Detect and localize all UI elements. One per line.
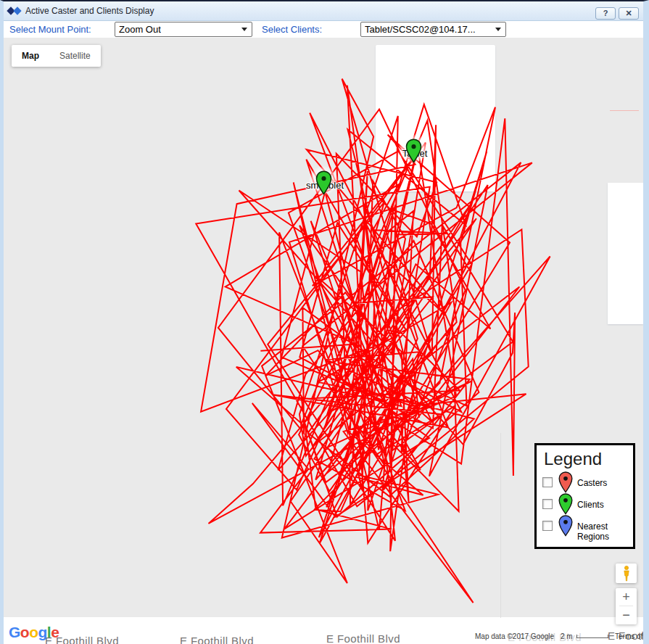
clients-label: Select Clients: <box>262 24 322 35</box>
casters-checkbox[interactable] <box>542 477 553 487</box>
zoom-in-button[interactable]: + <box>616 588 637 606</box>
client-marker-pin[interactable] <box>315 170 332 198</box>
client-pin-icon <box>557 493 574 515</box>
legend-row-nearest-regions: Nearest Regions <box>537 515 633 537</box>
zoom-control: + − <box>616 588 637 624</box>
app-icon <box>8 7 21 15</box>
google-logo[interactable]: Google <box>9 624 59 641</box>
map-canvas[interactable]: TabletsmTablet E Foothill BlvdE Foothill… <box>4 38 643 644</box>
map-type-button-map[interactable]: Map <box>12 45 49 67</box>
legend-item-label: Clients <box>577 500 604 510</box>
scale-text: 2 m <box>561 632 573 640</box>
terms-of-use-link[interactable]: Terms of Use <box>615 632 643 640</box>
map-type-control: Map Satellite <box>12 45 101 67</box>
mount-point-value: Zoom Out <box>119 24 161 35</box>
zoom-out-button[interactable]: − <box>616 606 637 624</box>
help-button[interactable]: ? <box>595 7 616 20</box>
caster-pin-icon <box>557 471 574 493</box>
google-logo-letter: G <box>9 624 20 640</box>
nearest-regions-checkbox[interactable] <box>542 521 553 531</box>
toolbar: Select Mount Point: Zoom Out Select Clie… <box>4 21 643 38</box>
legend-title: Legend <box>544 449 633 469</box>
satellite-button-label: Satellite <box>59 51 91 61</box>
pegman-icon <box>622 566 631 582</box>
gps-track <box>4 38 643 644</box>
legend-row-clients: Clients <box>537 493 633 515</box>
legend-item-label: Casters <box>577 478 607 488</box>
clients-checkbox[interactable] <box>542 499 553 509</box>
legend-panel: Legend Casters Clients <box>534 443 635 549</box>
mount-point-dropdown[interactable]: Zoom Out <box>115 22 252 37</box>
pegman-button[interactable] <box>616 564 637 583</box>
clients-dropdown[interactable]: Tablet/SCSC02@104.17... <box>360 22 506 37</box>
close-button[interactable]: ✕ <box>619 7 639 20</box>
app-icon-diamond-right <box>13 7 21 15</box>
map-data-text: Map data ©2017 Google <box>475 632 554 640</box>
chevron-down-icon <box>241 28 247 31</box>
client-marker-pin[interactable] <box>405 139 422 166</box>
legend-row-casters: Casters <box>537 471 633 493</box>
titlebar: Active Caster and Clients Display ? ✕ <box>4 1 643 21</box>
app-window: Active Caster and Clients Display ? ✕ Se… <box>0 0 649 644</box>
mount-point-label: Select Mount Point: <box>9 24 91 35</box>
nearest-region-pin-icon <box>557 515 574 537</box>
window-title: Active Caster and Clients Display <box>25 6 154 16</box>
map-button-label: Map <box>22 51 39 61</box>
chevron-down-icon <box>495 28 501 31</box>
legend-item-label: Nearest Regions <box>577 521 633 542</box>
google-logo-letter: o <box>29 624 38 640</box>
google-logo-letter: o <box>20 624 29 640</box>
scale-bar <box>576 635 608 638</box>
map-type-button-satellite[interactable]: Satellite <box>49 45 101 67</box>
clients-value: Tablet/SCSC02@104.17... <box>365 24 476 35</box>
google-logo-letter: e <box>51 624 59 640</box>
google-logo-letter: g <box>38 624 47 640</box>
